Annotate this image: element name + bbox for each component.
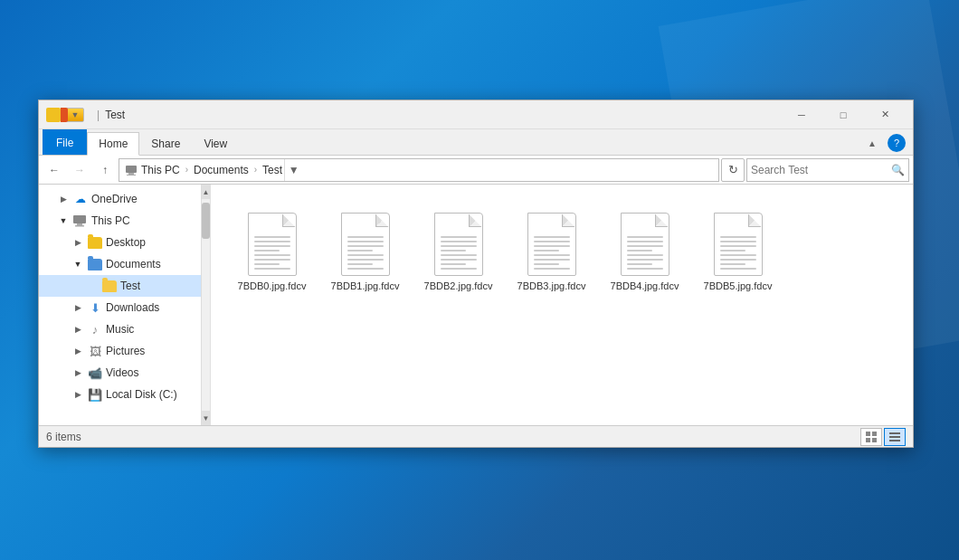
maximize-button[interactable]: □ xyxy=(822,100,864,129)
file-name: 7BDB0.jpg.fdcv xyxy=(238,280,307,292)
refresh-button[interactable]: ↻ xyxy=(721,158,745,182)
sidebar-label-test: Test xyxy=(120,280,140,292)
large-icons-view-button[interactable] xyxy=(860,428,882,446)
sidebar-label-documents: Documents xyxy=(106,258,161,271)
ribbon-collapse-btn[interactable]: ▲ xyxy=(860,131,884,155)
title-separator: | xyxy=(97,109,100,121)
disk-icon: 💾 xyxy=(88,387,102,402)
svg-rect-9 xyxy=(872,438,877,442)
svg-rect-3 xyxy=(73,215,86,223)
window-icon xyxy=(46,108,61,122)
file-grid: 7BDB0.jpg.fdcv 7BDB1.jpg.fdcv xyxy=(220,194,904,416)
expand-icon: ▶ xyxy=(71,388,84,401)
sidebar-item-documents[interactable]: ▼ Documents xyxy=(39,253,210,275)
downloads-icon: ⬇ xyxy=(88,300,102,315)
file-name: 7BDB1.jpg.fdcv xyxy=(331,280,400,292)
sidebar-item-downloads[interactable]: ▶ ⬇ Downloads xyxy=(39,297,210,318)
window-controls: ─ □ ✕ xyxy=(781,100,906,129)
sidebar-scrollbar[interactable]: ▲ ▼ xyxy=(201,185,210,425)
computer-icon xyxy=(125,164,138,176)
sidebar-item-videos[interactable]: ▶ 📹 Videos xyxy=(39,362,210,384)
svg-rect-12 xyxy=(889,440,900,441)
ribbon: File Home Share View ▲ ? xyxy=(39,129,913,156)
quick-access-btn-1[interactable]: ▼ xyxy=(66,108,84,122)
scrollbar-thumb[interactable] xyxy=(202,203,210,239)
music-icon: ♪ xyxy=(88,322,102,337)
cloud-icon: ☁ xyxy=(73,192,88,206)
sidebar-item-pictures[interactable]: ▶ 🖼 Pictures xyxy=(39,340,210,362)
scrollbar-down[interactable]: ▼ xyxy=(202,411,210,425)
svg-rect-5 xyxy=(75,225,84,227)
file-icon xyxy=(245,208,299,276)
expand-icon: ▶ xyxy=(71,236,84,249)
view-toggle xyxy=(860,428,906,446)
folder-icon-selected xyxy=(102,279,117,293)
details-view-button[interactable] xyxy=(884,428,906,446)
sidebar-item-desktop[interactable]: ▶ Desktop xyxy=(39,232,210,253)
expand-icon: ▼ xyxy=(57,214,70,227)
sidebar-label-pictures: Pictures xyxy=(106,345,145,357)
sidebar-item-onedrive[interactable]: ▶ ☁ OneDrive xyxy=(39,188,210,210)
sidebar-label-videos: Videos xyxy=(106,366,138,379)
file-item[interactable]: 7BDB0.jpg.fdcv xyxy=(229,203,315,407)
sidebar-item-music[interactable]: ▶ ♪ Music xyxy=(39,318,210,340)
file-name: 7BDB3.jpg.fdcv xyxy=(517,280,586,292)
svg-rect-6 xyxy=(866,432,870,436)
breadcrumb: This PC › Documents › Test xyxy=(125,164,284,176)
svg-rect-4 xyxy=(77,223,82,225)
tab-file[interactable]: File xyxy=(43,129,87,155)
expand-icon: ▶ xyxy=(71,323,84,336)
sidebar-label-thispc: This PC xyxy=(91,214,130,227)
tab-share[interactable]: Share xyxy=(139,131,192,155)
sidebar-label-downloads: Downloads xyxy=(106,301,159,314)
file-item[interactable]: 7BDB5.jpg.fdcv xyxy=(695,203,781,407)
sidebar-item-test[interactable]: ▶ Test xyxy=(39,275,210,297)
tab-home[interactable]: Home xyxy=(87,132,139,156)
expand-icon: ▼ xyxy=(71,258,84,271)
sidebar-label-desktop: Desktop xyxy=(106,236,146,249)
search-box[interactable]: 🔍 xyxy=(746,158,909,182)
file-item[interactable]: 7BDB4.jpg.fdcv xyxy=(602,203,688,407)
svg-rect-8 xyxy=(866,438,870,442)
folder-icon xyxy=(88,235,102,250)
details-icon xyxy=(888,431,901,443)
large-icons-icon xyxy=(865,431,878,443)
file-icon xyxy=(618,208,672,276)
file-item[interactable]: 7BDB2.jpg.fdcv xyxy=(415,203,501,407)
folder-icon xyxy=(88,257,102,271)
file-icon xyxy=(432,208,486,276)
expand-icon: ▶ xyxy=(71,345,84,357)
search-icon[interactable]: 🔍 xyxy=(891,164,905,176)
forward-button[interactable]: → xyxy=(68,158,91,182)
sidebar: ▶ ☁ OneDrive ▼ This PC ▶ Desktop ▼ xyxy=(39,185,211,425)
items-count: 6 items xyxy=(46,431,81,443)
file-view: 7BDB0.jpg.fdcv 7BDB1.jpg.fdcv xyxy=(211,185,913,425)
close-button[interactable]: ✕ xyxy=(864,100,906,129)
sidebar-item-thispc[interactable]: ▼ This PC xyxy=(39,210,210,232)
expand-icon: ▶ xyxy=(71,301,84,314)
address-box[interactable]: This PC › Documents › Test ▼ xyxy=(119,158,719,182)
sidebar-item-localdisk[interactable]: ▶ 💾 Local Disk (C:) xyxy=(39,384,210,405)
ribbon-tab-strip: File Home Share View ▲ ? xyxy=(39,129,913,155)
expand-icon: ▶ xyxy=(57,193,70,205)
file-name: 7BDB4.jpg.fdcv xyxy=(611,280,679,292)
file-name: 7BDB2.jpg.fdcv xyxy=(424,280,493,292)
svg-rect-0 xyxy=(126,166,137,173)
status-bar: 6 items xyxy=(39,425,913,447)
search-input[interactable] xyxy=(751,164,888,176)
file-item[interactable]: 7BDB1.jpg.fdcv xyxy=(322,203,408,407)
file-icon xyxy=(525,208,579,276)
back-button[interactable]: ← xyxy=(43,158,66,182)
address-dropdown[interactable]: ▼ xyxy=(284,159,302,181)
up-button[interactable]: ↑ xyxy=(93,158,117,182)
svg-rect-1 xyxy=(128,173,134,175)
quick-access-toolbar: ▼ xyxy=(66,108,84,122)
svg-rect-11 xyxy=(889,436,900,438)
pc-icon xyxy=(73,214,88,228)
scrollbar-up[interactable]: ▲ xyxy=(202,185,210,199)
file-explorer-window: ▼ | Test ─ □ ✕ File Home Share View ▲ ? … xyxy=(38,100,914,448)
help-button[interactable]: ? xyxy=(888,134,906,152)
tab-view[interactable]: View xyxy=(192,131,239,155)
minimize-button[interactable]: ─ xyxy=(781,100,822,129)
file-item[interactable]: 7BDB3.jpg.fdcv xyxy=(508,203,594,407)
